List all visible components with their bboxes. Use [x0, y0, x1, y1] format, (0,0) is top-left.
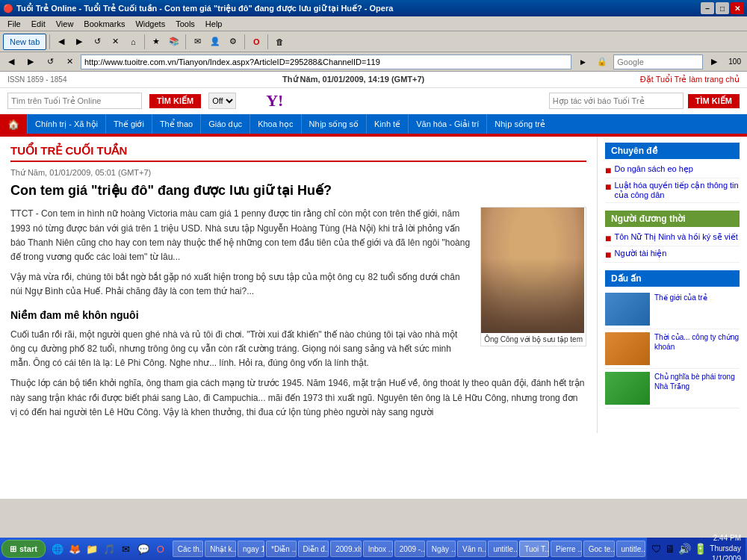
- chat-icon[interactable]: 💬: [136, 541, 151, 556]
- address-back-button[interactable]: ◀: [3, 54, 19, 70]
- media-icon[interactable]: 🎵: [102, 541, 117, 556]
- site-search-row: TÌM KIẾM Off On Y! TÌM KIẾM: [0, 88, 747, 114]
- menu-tools[interactable]: Tools: [171, 18, 199, 30]
- home-button[interactable]: ⌂: [125, 34, 141, 50]
- task-goc[interactable]: Goc te...: [583, 541, 615, 557]
- new-tab-button[interactable]: New tab: [3, 34, 46, 50]
- contacts-button[interactable]: 👤: [207, 34, 223, 50]
- task-ngay[interactable]: ngay 1: [238, 541, 264, 557]
- systray-clock: 2:44 PM: [710, 533, 741, 544]
- article-paragraph-4: Thuộc lớp cán bộ tiền khởi nghĩa, ông th…: [10, 376, 586, 420]
- sidebar-link-3[interactable]: ■ Tôn Nữ Thị Ninh và hồi ký sẽ viết: [605, 230, 740, 246]
- yahoo-logo: Y!: [266, 91, 283, 111]
- forward-button[interactable]: ▶: [71, 34, 87, 50]
- trash-button[interactable]: 🗑: [271, 34, 288, 50]
- task-ngay2[interactable]: Ngày ...: [427, 541, 456, 557]
- nav-vanhoa[interactable]: Văn hóa - Giải trí: [408, 114, 486, 134]
- folder-icon[interactable]: 📁: [84, 541, 99, 556]
- menu-file[interactable]: File: [3, 18, 25, 30]
- address-stop-button[interactable]: ✕: [61, 54, 78, 70]
- search-input[interactable]: [613, 55, 703, 69]
- task-nhat[interactable]: Nhật k...: [205, 541, 236, 557]
- window-title: 🔴 Tuổi Trẻ Online - Tuổi Trẻ Cuối tuần -…: [3, 4, 393, 13]
- minimize-button[interactable]: –: [701, 2, 714, 14]
- search-go-button[interactable]: ▶: [706, 54, 722, 70]
- opera-button[interactable]: O: [248, 34, 264, 50]
- close-button[interactable]: ✕: [731, 2, 744, 14]
- mail-button[interactable]: ✉: [189, 34, 205, 50]
- site-homepage-link[interactable]: Đặt Tuổi Trẻ làm trang chủ: [640, 75, 740, 84]
- bookmark-mgr-button[interactable]: 📚: [166, 34, 182, 50]
- opera-icon: 🔴: [3, 4, 13, 13]
- task-untitle2[interactable]: untitle...: [616, 541, 646, 557]
- task-tuoi[interactable]: Tuoi T...: [519, 541, 549, 557]
- partner-search-button[interactable]: TÌM KIẾM: [688, 94, 740, 108]
- nav-home-icon[interactable]: 🏠: [0, 114, 27, 134]
- start-button[interactable]: ⊞ start: [1, 540, 46, 558]
- task-pierre[interactable]: Pierre ...: [551, 541, 582, 557]
- nav-nhipsongtre[interactable]: Nhịp sống trẻ: [486, 114, 553, 134]
- firefox-icon[interactable]: 🦊: [67, 541, 82, 556]
- stop-button[interactable]: ✕: [107, 34, 123, 50]
- taskbar-tasks: Các th... Nhật k... ngay 1 *Diễn ... Diễ…: [173, 541, 645, 557]
- toolbar-separator-1: [49, 34, 50, 49]
- email-icon[interactable]: ✉: [119, 541, 134, 556]
- address-input[interactable]: [81, 55, 571, 69]
- site-search-input[interactable]: [7, 93, 142, 109]
- back-button[interactable]: ◀: [53, 34, 69, 50]
- section-header: TUỔI TRẺ CUỐI TUẦN: [10, 144, 586, 162]
- nav-chinhtri[interactable]: Chính trị - Xã hội: [27, 114, 105, 134]
- menu-help[interactable]: Help: [201, 18, 227, 30]
- sidebar-link-4[interactable]: ■ Người tài hiện: [605, 246, 740, 263]
- taskbar-quick-launch: 🌐 🦊 📁 🎵 ✉ 💬 O: [50, 541, 168, 556]
- reload-button[interactable]: ↺: [89, 34, 105, 50]
- sidebar-link-text-2: Luật hóa quyền tiếp cận thông tin của cô…: [614, 181, 740, 200]
- task-van[interactable]: Văn n...: [457, 541, 486, 557]
- nav-nhipsongso[interactable]: Nhịp sống số: [301, 114, 367, 134]
- sidebar-thumb-item-2[interactable]: Thời của... công ty chứng khoán: [605, 329, 740, 369]
- article-area: TUỔI TRẺ CUỐI TUẦN Thứ Năm, 01/01/2009, …: [0, 137, 598, 433]
- sound-icon: 🔊: [678, 543, 691, 555]
- nav-thegioi[interactable]: Thế giới: [105, 114, 152, 134]
- address-forward-button[interactable]: ▶: [22, 54, 39, 70]
- ie-icon[interactable]: 🌐: [50, 541, 65, 556]
- site-search-button[interactable]: TÌM KIẾM: [149, 94, 201, 108]
- lock-button[interactable]: 🔒: [594, 54, 610, 70]
- menu-edit[interactable]: Edit: [27, 18, 50, 30]
- toolbar-separator-2: [144, 34, 145, 49]
- nav-kinhte[interactable]: Kinh tế: [366, 114, 408, 134]
- task-excel[interactable]: 2009.xls: [330, 541, 361, 557]
- task-cac[interactable]: Các th...: [173, 541, 203, 557]
- sidebar-thumb-text-2: Thời của... công ty chứng khoán: [654, 332, 740, 365]
- partner-search-input[interactable]: [549, 93, 684, 109]
- task-2009[interactable]: 2009 -...: [394, 541, 425, 557]
- menu-view[interactable]: View: [52, 18, 78, 30]
- offline-select[interactable]: Off On: [208, 93, 236, 109]
- address-go-button[interactable]: ▶: [574, 54, 591, 70]
- sidebar-dot-4: ■: [605, 249, 611, 260]
- sidebar-thumb-item-1[interactable]: Thế giới của trẻ: [605, 290, 740, 329]
- nav-khoahoc[interactable]: Khoa học: [249, 114, 300, 134]
- address-reload-button[interactable]: ↺: [42, 54, 58, 70]
- site-date: Thứ Năm, 01/01/2009, 14:19 (GMT+7): [282, 75, 424, 84]
- bookmark-button[interactable]: ★: [148, 34, 164, 50]
- task-dien2[interactable]: Diễn đ...: [298, 541, 329, 557]
- sidebar-link-2[interactable]: ■ Luật hóa quyền tiếp cận thông tin của …: [605, 178, 740, 203]
- opera-task-icon[interactable]: O: [153, 541, 168, 556]
- nav-thethao[interactable]: Thể thao: [152, 114, 200, 134]
- systray: 🛡 🖥 🔊 🔋 2:44 PM Thursday 1/1/2009: [647, 538, 746, 560]
- menu-bookmarks[interactable]: Bookmarks: [79, 18, 129, 30]
- task-inbox[interactable]: Inbox ...: [363, 541, 393, 557]
- maximize-button[interactable]: □: [716, 2, 729, 14]
- main-content: TUỔI TRẺ CUỐI TUẦN Thứ Năm, 01/01/2009, …: [0, 137, 747, 433]
- zoom-button[interactable]: 100: [725, 54, 744, 70]
- task-dien1[interactable]: *Diễn ...: [266, 541, 296, 557]
- menu-widgets[interactable]: Widgets: [131, 18, 170, 30]
- settings-button[interactable]: ⚙: [225, 34, 241, 50]
- task-untitle1[interactable]: untitle...: [488, 541, 518, 557]
- sidebar-thumb-2: [605, 332, 650, 365]
- nav-giaoduc[interactable]: Giáo dục: [200, 114, 249, 134]
- sidebar-thumb-item-3[interactable]: Chủ nghĩa bè phái trong Nhà Trắng: [605, 369, 740, 408]
- sidebar-box-dauan: Dấu ấn Thế giới của trẻ Thời của... công…: [605, 270, 740, 408]
- sidebar-link-1[interactable]: ■ Do ngân sách eo hẹp: [605, 162, 740, 178]
